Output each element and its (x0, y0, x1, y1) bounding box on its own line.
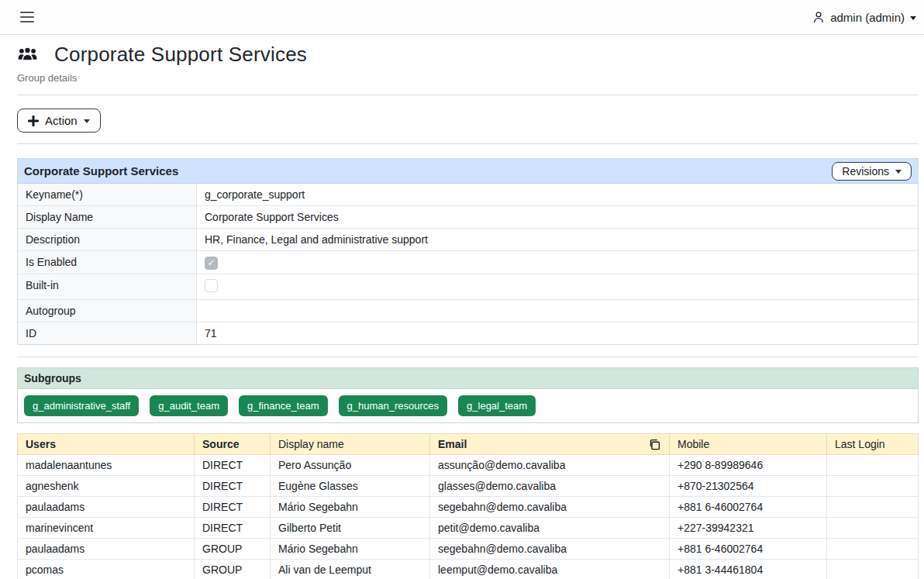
table-row: pcomasGROUPAli van de Leemputleemput@dem… (18, 559, 919, 579)
table-cell: Eugène Glasses (271, 475, 430, 496)
detail-label: Is Enabled (18, 251, 197, 274)
subgroup-badge[interactable]: g_administrative_staff (24, 395, 139, 416)
table-row: agneshenkDIRECTEugène Glassesglasses@dem… (18, 475, 919, 496)
table-cell: +870-21302564 (670, 475, 827, 496)
detail-label: Description (18, 229, 197, 250)
subgroup-badges: g_administrative_staffg_audit_teamg_fina… (18, 389, 918, 422)
table-cell: assunção@demo.cavaliba (430, 454, 670, 475)
subgroup-badge[interactable]: g_finance_team (239, 395, 328, 416)
table-cell: DIRECT (195, 517, 271, 538)
table-cell: agneshenk (18, 475, 195, 496)
table-row: paulaadamsGROUPMário Segebahnsegebahn@de… (18, 538, 919, 559)
table-cell (827, 559, 919, 579)
detail-row: Keyname(*) g_corporate_support (18, 184, 918, 205)
table-cell (827, 517, 919, 538)
action-button[interactable]: Action (17, 109, 101, 133)
detail-value (197, 274, 918, 299)
table-cell: +881 6-46002764 (670, 496, 827, 517)
subgroup-badge[interactable]: g_audit_team (150, 395, 228, 416)
chevron-down-icon (84, 119, 90, 123)
table-cell (827, 538, 919, 559)
column-header: Display name (271, 433, 430, 454)
table-row: madalenaantunesDIRECTPero Assunçãoassunç… (18, 454, 919, 475)
subgroups-panel-title: Subgroups (18, 368, 918, 389)
table-cell: glasses@demo.cavaliba (430, 475, 670, 496)
person-icon (812, 11, 825, 23)
column-header: Source (195, 433, 271, 454)
table-cell: marinevincent (18, 517, 195, 538)
column-header: Mobile (670, 433, 827, 454)
details-table-body: Keyname(*) g_corporate_support Display N… (18, 184, 918, 344)
table-cell: GROUP (195, 559, 271, 579)
detail-row: Autogroup (18, 299, 918, 322)
users-group-icon (17, 45, 38, 65)
menu-hamburger-icon[interactable] (19, 9, 36, 26)
detail-label: Keyname(*) (18, 184, 197, 205)
detail-row: Description HR, Finance, Legal and admin… (18, 228, 918, 250)
detail-value: ✓ (197, 251, 918, 274)
divider (17, 95, 919, 95)
table-cell: leemput@demo.cavaliba (430, 559, 670, 579)
table-cell (827, 475, 919, 496)
user-menu-label: admin (admin) (830, 11, 905, 24)
chevron-down-icon (895, 170, 902, 174)
user-menu[interactable]: admin (admin) (812, 11, 916, 24)
table-cell: DIRECT (195, 475, 271, 496)
table-cell: GROUP (195, 538, 271, 559)
subgroups-panel: Subgroups g_administrative_staffg_audit_… (17, 367, 919, 423)
table-cell: +881 6-46002764 (670, 538, 827, 559)
divider (17, 143, 919, 144)
revisions-button[interactable]: Revisions (832, 162, 912, 181)
column-header: Last Login (827, 433, 919, 454)
table-row: marinevincentDIRECTGilberto Petitpetit@d… (18, 517, 919, 538)
table-cell: Pero Assunção (271, 454, 430, 475)
page-title: Corporate Support Services (54, 43, 307, 67)
table-cell: +227-39942321 (670, 517, 827, 538)
column-header-label: Email (438, 437, 467, 451)
table-cell: paulaadams (18, 496, 195, 517)
topbar: admin (admin) (0, 0, 924, 35)
chevron-down-icon (910, 16, 916, 20)
detail-row: Is Enabled ✓ (18, 250, 918, 274)
detail-row: Built-in (18, 274, 918, 299)
checkbox-checked: ✓ (205, 257, 218, 270)
action-button-label: Action (45, 114, 78, 127)
group-details-panel: Corporate Support Services Revisions Key… (17, 158, 919, 345)
revisions-button-label: Revisions (842, 165, 889, 177)
detail-label: Built-in (18, 274, 197, 299)
table-cell: DIRECT (195, 496, 271, 517)
table-cell: segebahn@demo.cavaliba (430, 496, 670, 517)
copy-icon[interactable] (649, 438, 661, 450)
table-cell: petit@demo.cavaliba (430, 517, 670, 538)
column-header: Users (18, 433, 195, 454)
table-cell: +881 3-44461804 (670, 559, 827, 579)
users-table-header-row: UsersSourceDisplay nameEmail MobileLast … (18, 433, 919, 454)
table-cell: DIRECT (195, 454, 271, 475)
subgroup-badge[interactable]: g_legal_team (458, 395, 536, 416)
users-table: UsersSourceDisplay nameEmail MobileLast … (17, 433, 919, 579)
divider (17, 357, 919, 357)
detail-label: Autogroup (18, 300, 197, 322)
detail-row: ID 71 (18, 322, 918, 344)
table-cell: paulaadams (18, 538, 195, 559)
table-cell: Ali van de Leemput (271, 559, 430, 579)
page-subtitle: Group details (17, 72, 919, 84)
group-details-panel-header: Corporate Support Services Revisions (18, 159, 918, 184)
detail-value (197, 300, 918, 322)
subgroup-badge[interactable]: g_human_resources (339, 395, 448, 416)
table-cell: pcomas (18, 559, 195, 579)
table-cell (827, 496, 919, 517)
plus-icon (28, 115, 39, 126)
detail-value: g_corporate_support (197, 184, 918, 205)
table-cell: Mário Segebahn (271, 496, 430, 517)
detail-row: Display Name Corporate Support Services (18, 205, 918, 228)
detail-label: Display Name (18, 206, 197, 228)
table-cell: Gilberto Petit (271, 517, 430, 538)
users-table-body: madalenaantunesDIRECTPero Assunçãoassunç… (18, 454, 919, 579)
table-row: paulaadamsDIRECTMário Segebahnsegebahn@d… (18, 496, 919, 517)
detail-value: Corporate Support Services (197, 206, 918, 228)
group-details-panel-title: Corporate Support Services (24, 164, 178, 177)
table-cell: Mário Segebahn (271, 538, 430, 559)
table-cell: segebahn@demo.cavaliba (430, 538, 670, 559)
page-header: Corporate Support Services (17, 43, 919, 67)
